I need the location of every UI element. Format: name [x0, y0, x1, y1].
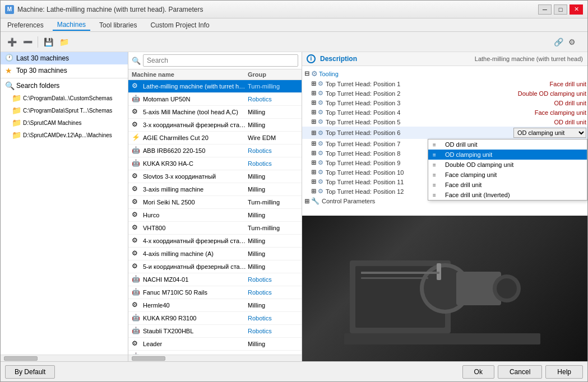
- table-row[interactable]: ⚙ 5-и координатный фрезерный стан... Mil…: [128, 260, 302, 273]
- machine-icon: 🤖: [132, 146, 141, 155]
- tree-position-2[interactable]: ⊞ ⚙ Top Turret Head: Position 2 Double O…: [302, 88, 587, 98]
- dropdown-item-face-drill[interactable]: ≡ Face drill unit: [428, 180, 587, 190]
- table-row[interactable]: 🤖 Motoman UP50N Robotics: [128, 93, 302, 106]
- table-row[interactable]: 🤖 Kuka KR.150 180 210 240-2 Robotics: [128, 351, 302, 355]
- machine-name-cell: KUKA KR90 R3100: [143, 315, 248, 322]
- tree-position-6[interactable]: ⊞ ⚙ Top Turret Head: Position 6 OD clamp…: [302, 127, 587, 139]
- table-row[interactable]: ⚙ 4-axis milling machine (A) Milling: [128, 248, 302, 260]
- table-row[interactable]: ⚙ 5-axis Mill Machine (tool head A,C) Mi…: [128, 106, 302, 119]
- table-row[interactable]: 🤖 Staubli TX200HBL Robotics: [128, 325, 302, 338]
- table-row[interactable]: 🤖 KUKA KR30 HA-C Robotics: [128, 157, 302, 170]
- middle-scroll-thumb[interactable]: [132, 356, 165, 361]
- menu-machines[interactable]: Machines: [53, 20, 90, 31]
- folder-item-1[interactable]: 📁 C:\ProgramData\..\CustomSchemas: [1, 92, 128, 104]
- pos10-expand[interactable]: ⊞: [310, 169, 317, 176]
- position-6-select[interactable]: OD clamping unit: [513, 128, 586, 138]
- dropdown-label-double-od: Double OD clamping unit: [445, 161, 513, 168]
- ok-button[interactable]: Ok: [462, 365, 494, 379]
- table-row[interactable]: ⚙ 3-х координатный фрезерный станок Mill…: [128, 119, 302, 132]
- dropdown-item-od-drill[interactable]: ≡ OD drill unit: [428, 139, 587, 150]
- close-button[interactable]: ✕: [570, 4, 583, 15]
- table-row[interactable]: ⚙ Mori Seiki NL 2500 Turn-milling: [128, 196, 302, 209]
- menu-tool-libraries[interactable]: Tool libraries: [95, 20, 141, 30]
- table-row[interactable]: 🤖 NACHI MZ04-01 Robotics: [128, 273, 302, 286]
- menu-custom-project[interactable]: Custom Project Info: [146, 20, 214, 30]
- tree-position-4[interactable]: ⊞ ⚙ Top Turret Head: Position 4 Face cla…: [302, 108, 587, 117]
- pos3-expand[interactable]: ⊞: [310, 100, 317, 106]
- table-row[interactable]: ⚙ VHT800 Turn-milling: [128, 222, 302, 235]
- table-row[interactable]: ⚙ Hurco Milling: [128, 209, 302, 222]
- clock-icon: 🕐: [5, 54, 14, 63]
- folder-icon-2: 📁: [12, 106, 21, 115]
- remove-button[interactable]: ➖: [21, 35, 34, 49]
- left-scroll-area: 🕐 Last 30 machines ★ Top 30 machines 🔍 S…: [1, 52, 128, 355]
- folder-item-4[interactable]: 📁 D:\SprutCAMDev.12\Ap...\Machines: [1, 129, 128, 141]
- pos7-expand[interactable]: ⊞: [310, 141, 317, 147]
- table-row[interactable]: 🤖 KUKA KR90 R3100 Robotics: [128, 312, 302, 325]
- table-row[interactable]: ⚙ 4-х координатный фрезерный стан... Mil…: [128, 235, 302, 248]
- pos12-expand[interactable]: ⊞: [310, 188, 317, 195]
- item-icon-od-drill: ≡: [433, 142, 442, 148]
- machine-group-cell: Turn-milling: [248, 83, 298, 90]
- tree-position-1[interactable]: ⊞ ⚙ Top Turret Head: Position 1 Face dri…: [302, 79, 587, 88]
- left-horizontal-scrollbar[interactable]: [1, 355, 128, 361]
- cancel-button[interactable]: Cancel: [498, 365, 542, 379]
- middle-horizontal-scrollbar[interactable]: [128, 355, 302, 361]
- pos12-icon: ⚙: [318, 188, 323, 195]
- left-scroll-thumb[interactable]: [4, 356, 38, 361]
- pos2-expand[interactable]: ⊞: [310, 90, 317, 97]
- maximize-button[interactable]: □: [554, 4, 567, 15]
- folder-label-4: D:\SprutCAMDev.12\Ap...\Machines: [23, 132, 112, 138]
- link-button[interactable]: 🔗: [552, 35, 565, 49]
- pos1-expand[interactable]: ⊞: [310, 81, 317, 87]
- right-header: i Description Lathe-milling machine (wit…: [302, 52, 587, 66]
- table-row[interactable]: ⚙ Hermle40 Milling: [128, 299, 302, 312]
- folder-button[interactable]: 📁: [57, 35, 71, 49]
- last-30-machines[interactable]: 🕐 Last 30 machines: [1, 52, 128, 64]
- dropdown-item-double-od[interactable]: ≡ Double OD clamping unit: [428, 160, 587, 170]
- tooling-label: Tooling: [319, 71, 339, 77]
- folder-item-2[interactable]: 📁 C:\ProgramData\Sprut T...\Schemas: [1, 104, 128, 117]
- pos11-expand[interactable]: ⊞: [310, 179, 317, 185]
- pos4-expand[interactable]: ⊞: [310, 109, 317, 116]
- dropdown-item-face-clamping[interactable]: ≡ Face clamping unit: [428, 170, 587, 180]
- tree-position-5[interactable]: ⊞ ⚙ Top Turret Head: Position 5 OD drill…: [302, 117, 587, 127]
- help-button[interactable]: Help: [545, 365, 583, 379]
- top-30-label: Top 30 machines: [16, 67, 67, 74]
- table-row[interactable]: 🤖 ABB IRB6620 220-150 Robotics: [128, 145, 302, 157]
- machine-image-area: [302, 216, 587, 361]
- table-row[interactable]: ⚙ Leader Milling: [128, 338, 302, 351]
- save-button[interactable]: 💾: [41, 35, 55, 49]
- table-row[interactable]: ⚙ Lathe-milling machine (with turret hea…: [128, 80, 302, 93]
- table-row[interactable]: ⚙ 3-axis milling machine Milling: [128, 183, 302, 196]
- pos8-expand[interactable]: ⊞: [310, 150, 317, 157]
- settings-button[interactable]: ⚙: [565, 35, 578, 49]
- machine-name-cell: Slovtos 3-х координатный: [143, 173, 248, 180]
- app-icon: M: [5, 5, 14, 14]
- pos9-expand[interactable]: ⊞: [310, 160, 317, 166]
- pos5-expand[interactable]: ⊞: [310, 119, 317, 125]
- table-row[interactable]: 🤖 Fanuc M710IC 50 Rails Robotics: [128, 286, 302, 299]
- table-row[interactable]: ⚙ Slovtos 3-х координатный Milling: [128, 170, 302, 183]
- search-folders[interactable]: 🔍 Search folders: [1, 80, 128, 92]
- bottom-right: Ok Cancel Help: [462, 365, 583, 379]
- control-expand[interactable]: ⊞: [303, 198, 310, 204]
- tooling-expand-icon[interactable]: ⊟: [303, 71, 310, 77]
- table-row[interactable]: ⚡ AGIE Charmilles Cut 20 Wire EDM: [128, 132, 302, 145]
- search-input[interactable]: [143, 54, 298, 67]
- machine-name-cell: NACHI MZ04-01: [143, 276, 248, 283]
- left-panel: 🕐 Last 30 machines ★ Top 30 machines 🔍 S…: [1, 52, 128, 361]
- menu-preferences[interactable]: Preferences: [3, 20, 48, 30]
- add-button[interactable]: ➕: [5, 35, 18, 49]
- dropdown-item-od-clamping-selected[interactable]: ≡ OD clamping unit: [428, 150, 587, 160]
- folder-item-3[interactable]: 📁 D:\SprutCAM Machines: [1, 117, 128, 129]
- dropdown-item-face-drill-inverted[interactable]: ≡ Face drill unit (Inverted): [428, 190, 587, 200]
- tree-tooling[interactable]: ⊟ ⚙ Tooling: [302, 68, 587, 79]
- by-default-button[interactable]: By Default: [5, 365, 55, 379]
- machine-image: [302, 216, 587, 361]
- pos4-unit: Face clamping unit: [535, 109, 586, 116]
- minimize-button[interactable]: ─: [538, 4, 552, 15]
- tree-position-3[interactable]: ⊞ ⚙ Top Turret Head: Position 3 OD drill…: [302, 98, 587, 108]
- top-30-machines[interactable]: ★ Top 30 machines: [1, 64, 128, 77]
- pos6-expand[interactable]: ⊞: [310, 129, 317, 136]
